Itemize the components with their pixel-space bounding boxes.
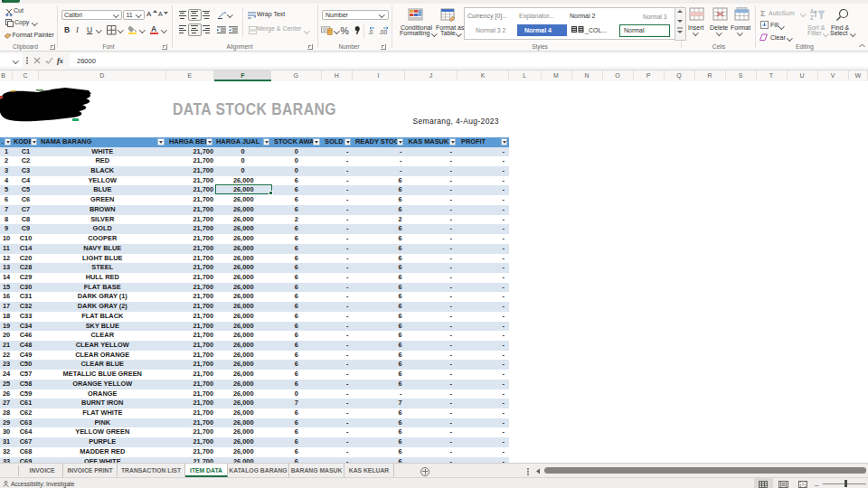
svg-text:.0: .0: [368, 29, 373, 35]
svg-text:Z: Z: [810, 14, 814, 21]
svg-text:.00: .00: [379, 29, 387, 35]
svg-text:A: A: [810, 8, 815, 14]
